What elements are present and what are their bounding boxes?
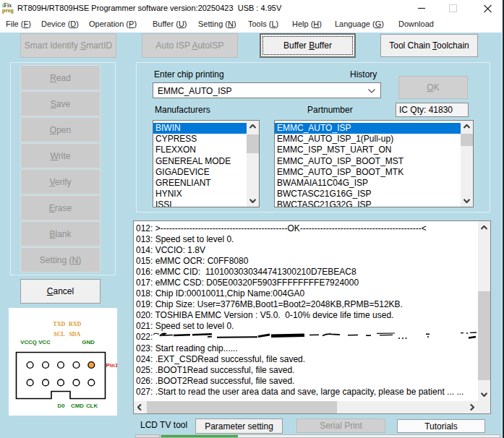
svg-text:TXD: TXD	[53, 321, 65, 327]
svg-text:CLK: CLK	[86, 403, 98, 409]
svg-text:GND: GND	[82, 339, 95, 345]
svg-text:RXD: RXD	[69, 321, 82, 327]
svg-text:D0: D0	[58, 403, 66, 409]
svg-text:VCC: VCC	[38, 339, 51, 345]
svg-text:SCL: SCL	[54, 331, 65, 338]
svg-text:Pin1: Pin1	[106, 362, 118, 369]
svg-text:SDA: SDA	[69, 331, 80, 338]
svg-text:VCCQ: VCCQ	[20, 339, 37, 345]
svg-text:CMD: CMD	[71, 403, 84, 409]
